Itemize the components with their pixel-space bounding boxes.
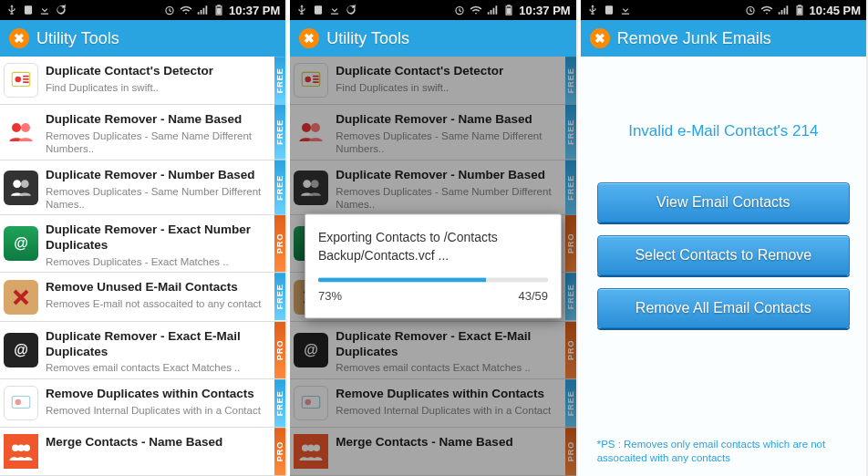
- item-desc: Removes email contacts Exact Matches ..: [46, 361, 271, 374]
- download-icon: [38, 4, 51, 16]
- list-item[interactable]: Remove Duplicates within ContactsRemoved…: [290, 379, 575, 428]
- list-item[interactable]: Duplicate Remover - Name BasedRemoves Du…: [290, 105, 575, 160]
- nameb-icon: [294, 115, 328, 150]
- nameb-icon: [4, 115, 38, 150]
- item-body: Duplicate Contact's DetectorFind Duplica…: [42, 57, 274, 104]
- list-item[interactable]: Duplicate Contact's DetectorFind Duplica…: [290, 57, 575, 105]
- item-body: Remove Duplicates within ContactsRemoved…: [332, 379, 564, 427]
- item-body: Merge Contacts - Name Based: [332, 428, 564, 475]
- statusbar: 10:37 PM: [0, 0, 285, 20]
- wifi-icon: [180, 4, 192, 16]
- signal-icon: [486, 4, 499, 16]
- item-title: Duplicate Remover - Exact E-Mail Duplica…: [46, 329, 271, 360]
- item-tag: FREE: [565, 379, 576, 427]
- item-title: Duplicate Contact's Detector: [46, 64, 271, 79]
- svg-rect-2: [217, 8, 222, 15]
- list-item[interactable]: Remove Duplicates within ContactsRemoved…: [0, 379, 285, 428]
- item-thumb: @: [0, 322, 42, 378]
- item-body: Duplicate Contact's DetectorFind Duplica…: [332, 57, 564, 104]
- item-title: Duplicate Remover - Name Based: [46, 112, 271, 128]
- item-tag: FREE: [565, 105, 576, 160]
- item-desc: Removes Duplicates - Same Name Different…: [336, 129, 561, 156]
- list-item[interactable]: Merge Contacts - Name BasedPRO: [0, 428, 285, 476]
- detector-icon: [4, 63, 38, 98]
- svg-point-12: [16, 398, 22, 405]
- sd-icon: [312, 4, 325, 16]
- download-icon: [328, 4, 341, 16]
- item-body: Remove Duplicates within ContactsRemoved…: [42, 379, 274, 427]
- list-item[interactable]: @Duplicate Remover - Exact E-Mail Duplic…: [0, 322, 285, 379]
- dialog-message: Exporting Contacts to /Contacts Backup/C…: [318, 229, 548, 264]
- item-thumb: [290, 428, 332, 475]
- battery-icon: [212, 4, 225, 16]
- appbar: ✖ Utility Tools: [0, 20, 285, 57]
- usb-icon: [586, 4, 599, 16]
- item-desc: Removes Duplicates - Exact Matches ..: [46, 255, 271, 268]
- progress-fill: [318, 278, 486, 283]
- list-item[interactable]: Remove Unused E-Mail ContactsRemoves E-m…: [0, 273, 285, 321]
- signal-icon: [196, 4, 209, 16]
- appbar-title: Utility Tools: [36, 29, 119, 48]
- item-title: Duplicate Contact's Detector: [336, 64, 561, 79]
- close-icon[interactable]: ✖: [590, 28, 610, 48]
- download-icon: [619, 4, 632, 16]
- alarm-icon: [453, 4, 466, 16]
- item-tag: FREE: [274, 379, 285, 427]
- select-contacts-remove-button[interactable]: Select Contacts to Remove: [597, 235, 850, 275]
- battery-icon: [793, 4, 806, 16]
- item-title: Duplicate Remover - Number Based: [46, 168, 271, 183]
- item-title: Remove Duplicates within Contacts: [46, 387, 271, 402]
- invalid-count-label: Invalid e-Mail Contact's 214: [628, 122, 818, 140]
- list-item[interactable]: @Duplicate Remover - Exact E-Mail Duplic…: [290, 322, 575, 379]
- appbar-title: Utility Tools: [326, 29, 409, 48]
- item-desc: Removes email contacts Exact Matches ..: [336, 361, 561, 374]
- list-item[interactable]: @Duplicate Remover - Exact Number Duplic…: [0, 215, 285, 273]
- list-item[interactable]: Duplicate Contact's DetectorFind Duplica…: [0, 57, 285, 105]
- junk-email-panel: Invalid e-Mail Contact's 214 View Email …: [581, 57, 866, 476]
- item-title: Remove Duplicates within Contacts: [336, 387, 561, 402]
- battery-icon: [502, 4, 515, 16]
- invalid-label-text: Invalid e-Mail Contact's: [628, 122, 788, 140]
- item-tag: FREE: [274, 105, 285, 160]
- list-item[interactable]: Merge Contacts - Name BasedPRO: [290, 428, 575, 476]
- item-title: Duplicate Remover - Exact Number Duplica…: [46, 222, 271, 254]
- svg-point-8: [21, 180, 29, 188]
- statusbar-time: 10:45 PM: [810, 4, 861, 17]
- appbar-title: Remove Junk Emails: [617, 29, 771, 48]
- view-email-contacts-button[interactable]: View Email Contacts: [597, 182, 850, 222]
- item-tag: PRO: [274, 428, 285, 475]
- item-tag: PRO: [565, 322, 576, 378]
- svg-rect-34: [797, 8, 801, 15]
- list-item[interactable]: Duplicate Remover - Name BasedRemoves Du…: [0, 105, 285, 160]
- statusbar-time: 10:37 PM: [519, 4, 570, 17]
- item-tag: PRO: [565, 215, 576, 272]
- progress-bar: [318, 278, 548, 283]
- svg-text:@: @: [14, 235, 28, 251]
- progress-percent: 73%: [318, 290, 342, 304]
- item-body: Merge Contacts - Name Based: [42, 428, 274, 475]
- item-title: Duplicate Remover - Number Based: [336, 168, 561, 183]
- emaildup-icon: @: [294, 333, 328, 367]
- exactnum-icon: @: [4, 226, 38, 261]
- alarm-icon: [744, 4, 757, 16]
- svg-text:@: @: [14, 342, 28, 357]
- item-desc: Find Duplicates in swift..: [336, 81, 561, 94]
- item-tag: FREE: [565, 160, 576, 215]
- item-thumb: [0, 273, 42, 320]
- item-tag: FREE: [565, 273, 576, 320]
- sd-icon: [603, 4, 615, 16]
- list-item[interactable]: Duplicate Remover - Number BasedRemoves …: [290, 160, 575, 216]
- item-body: Duplicate Remover - Name BasedRemoves Du…: [332, 105, 564, 160]
- item-desc: Removed Internal Duplicates with in a Co…: [336, 404, 561, 417]
- item-thumb: @: [290, 322, 332, 378]
- remove-all-email-button[interactable]: Remove All Email Contacts: [597, 288, 850, 328]
- item-body: Duplicate Remover - Number BasedRemoves …: [332, 160, 564, 215]
- close-icon[interactable]: ✖: [299, 28, 319, 48]
- svg-point-20: [305, 77, 312, 83]
- merge-icon: [4, 434, 38, 469]
- close-icon[interactable]: ✖: [9, 28, 29, 48]
- svg-point-31: [314, 444, 321, 451]
- list-item[interactable]: Duplicate Remover - Number BasedRemoves …: [0, 160, 285, 216]
- numb-icon: [294, 171, 328, 205]
- phone-1: 10:37 PM ✖ Utility Tools Duplicate Conta…: [0, 0, 287, 476]
